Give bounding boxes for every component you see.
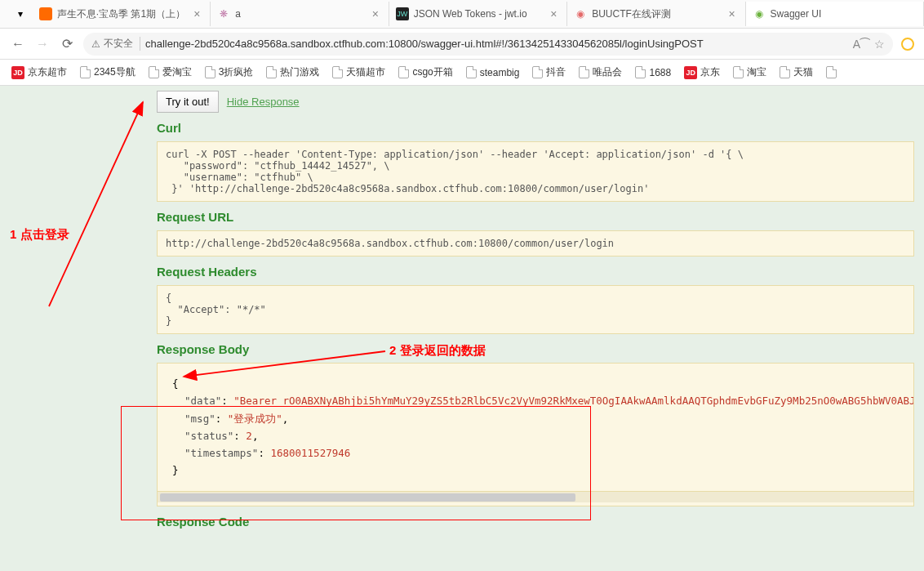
close-icon[interactable]: ×	[550, 7, 560, 20]
tab-icon-1: ❋	[217, 7, 230, 20]
request-url-block[interactable]: http://challenge-2bd520c4a8c9568a.sandbo…	[157, 230, 914, 257]
bookmark-item[interactable]: 抖音	[527, 62, 571, 83]
curl-block[interactable]: curl -X POST --header 'Content-Type: app…	[157, 141, 914, 202]
bookmark-item[interactable]: 天猫超市	[327, 62, 390, 83]
try-it-row: Try it out! Hide Response	[157, 91, 917, 113]
insecure-label: 不安全	[104, 37, 133, 51]
security-indicator[interactable]: ⚠ 不安全	[91, 37, 140, 51]
close-icon[interactable]: ×	[372, 7, 382, 20]
bookmark-label: 热门游戏	[280, 65, 319, 79]
url-text: challenge-2bd520c4a8c9568a.sandbox.ctfhu…	[145, 38, 848, 50]
profile-icon[interactable]	[901, 38, 914, 51]
bookmark-label: 1688	[649, 67, 671, 78]
response-body-title: Response Body	[157, 342, 914, 356]
favorite-icon[interactable]: ☆	[874, 38, 885, 51]
request-url-title: Request URL	[157, 210, 914, 224]
bookmark-item[interactable]: 2345导航	[75, 62, 140, 83]
close-icon[interactable]: ×	[193, 7, 203, 20]
tab-title: JSON Web Tokens - jwt.io	[414, 8, 547, 20]
page-icon	[635, 66, 646, 78]
reader-mode-icon[interactable]: A⁀	[853, 38, 869, 51]
address-bar-row: ← → ⟳ ⚠ 不安全 challenge-2bd520c4a8c9568a.s…	[0, 29, 924, 60]
annotation-label-2: 2 登录返回的数据	[389, 343, 486, 359]
tab-0[interactable]: 声生不息·宝岛季 第1期（上） ×	[33, 2, 211, 26]
close-icon[interactable]: ×	[729, 7, 739, 20]
jd-icon: JD	[11, 66, 24, 79]
bookmark-item[interactable]: 热门游戏	[261, 62, 324, 83]
annotation-box	[121, 406, 591, 520]
bookmark-item[interactable]: 唯品会	[574, 62, 627, 83]
bookmark-label: 2345导航	[94, 65, 135, 79]
tab-3[interactable]: ◉ BUUCTF在线评测 ×	[567, 2, 745, 26]
page-icon	[205, 66, 215, 78]
hide-response-link[interactable]: Hide Response	[227, 96, 300, 108]
bookmark-item[interactable]: 3折疯抢	[200, 62, 259, 83]
bookmark-label: 爱淘宝	[162, 65, 192, 79]
request-headers-block[interactable]: { "Accept": "*/*" }	[157, 285, 914, 334]
tab-icon-2: JW	[396, 7, 409, 20]
tab-4[interactable]: ◉ Swagger UI	[746, 2, 924, 26]
bookmark-item[interactable]: 天猫	[775, 62, 818, 83]
bookmark-item[interactable]: JD京东	[679, 62, 725, 83]
bookmark-label: 唯品会	[593, 65, 622, 79]
back-button[interactable]: ←	[10, 37, 26, 51]
tab-icon-3: ◉	[574, 7, 587, 20]
page-icon	[266, 66, 277, 78]
bookmark-item[interactable]: 1688	[630, 63, 676, 82]
tab-dropdown-icon[interactable]: ▾	[8, 8, 33, 20]
page-icon	[80, 66, 91, 78]
bookmark-label: 天猫	[793, 65, 813, 79]
request-headers-title: Request Headers	[157, 265, 914, 279]
bookmark-item[interactable]: JD京东超市	[7, 62, 72, 83]
bookmark-label: csgo开箱	[412, 65, 452, 79]
url-input[interactable]: ⚠ 不安全 challenge-2bd520c4a8c9568a.sandbox…	[83, 33, 893, 56]
bookmark-item[interactable]: 爱淘宝	[144, 62, 197, 83]
page-icon	[780, 66, 790, 78]
bookmark-label: 抖音	[546, 65, 566, 79]
tab-title: a	[235, 8, 368, 20]
forward-button[interactable]: →	[34, 37, 51, 51]
bookmark-label: steambig	[480, 67, 520, 78]
page-icon	[579, 66, 589, 78]
tab-1[interactable]: ❋ a ×	[211, 2, 389, 26]
bookmark-label: 淘宝	[747, 65, 766, 79]
tab-icon-0	[39, 7, 52, 20]
arrow-1	[49, 102, 143, 306]
page-icon	[398, 66, 409, 78]
annotation-label-1: 1 点击登录	[10, 227, 69, 243]
tab-title: 声生不息·宝岛季 第1期（上）	[57, 7, 190, 21]
tab-icon-4: ◉	[753, 7, 766, 20]
bookmark-item[interactable]: steambig	[461, 63, 525, 82]
page-icon	[466, 66, 477, 78]
try-it-out-button[interactable]: Try it out!	[157, 91, 219, 113]
bookmark-label: 3折疯抢	[219, 65, 254, 79]
bookmarks-bar: JD京东超市 2345导航 爱淘宝 3折疯抢 热门游戏 天猫超市 csgo开箱 …	[0, 60, 924, 86]
page-icon	[826, 66, 837, 78]
refresh-button[interactable]: ⟳	[59, 36, 75, 51]
warning-icon: ⚠	[91, 38, 100, 50]
tab-2[interactable]: JW JSON Web Tokens - jwt.io ×	[389, 2, 567, 26]
page-icon	[733, 66, 744, 78]
tab-title: BUUCTF在线评测	[592, 7, 725, 21]
page-icon	[332, 66, 343, 78]
curl-title: Curl	[157, 121, 914, 135]
page-icon	[532, 66, 543, 78]
bookmark-item-more[interactable]	[821, 63, 842, 82]
bookmark-label: 京东	[700, 65, 720, 79]
bookmark-item[interactable]: csgo开箱	[393, 62, 457, 83]
jd-icon: JD	[684, 66, 697, 79]
page-icon	[149, 66, 159, 78]
bookmark-label: 天猫超市	[346, 65, 385, 79]
bookmark-label: 京东超市	[28, 65, 67, 79]
browser-tabs-row: ▾ 声生不息·宝岛季 第1期（上） × ❋ a × JW JSON Web To…	[0, 0, 924, 29]
tab-title: Swagger UI	[771, 8, 917, 20]
bookmark-item[interactable]: 淘宝	[728, 62, 771, 83]
